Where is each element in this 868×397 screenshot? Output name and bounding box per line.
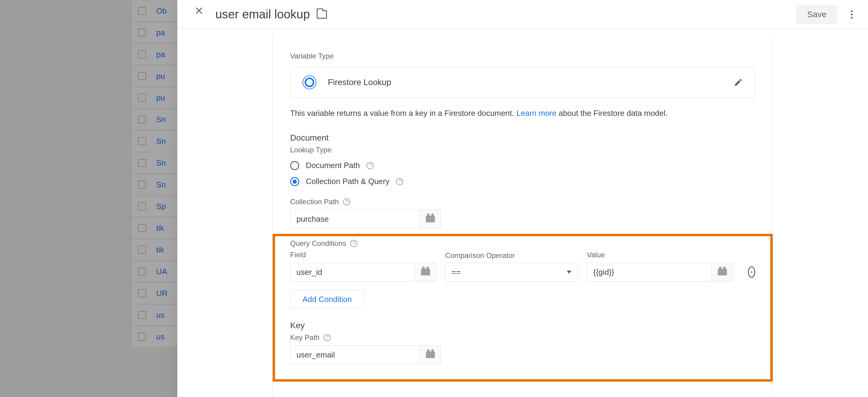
row-link[interactable]: Sn [156, 136, 166, 146]
lookup-type-label: Lookup Type [290, 146, 755, 154]
table-row[interactable]: UA [131, 261, 183, 282]
panel-header: user email lookup Save [177, 0, 868, 29]
row-checkbox[interactable] [138, 181, 146, 188]
edit-icon [734, 78, 743, 87]
more-vert-icon [851, 10, 852, 19]
table-row[interactable]: Sp [131, 195, 183, 217]
row-checkbox[interactable] [138, 50, 146, 58]
row-checkbox[interactable] [138, 116, 146, 123]
collection-path-input-wrap [290, 210, 755, 228]
folder-icon[interactable] [317, 10, 327, 19]
radio-collection-query[interactable]: Collection Path & Query ? [290, 177, 755, 186]
lego-icon [421, 269, 430, 275]
variable-type-label: Variable Type [290, 52, 755, 60]
radio-collection-query-label: Collection Path & Query [306, 177, 390, 186]
row-link[interactable]: Sn [156, 115, 166, 124]
collection-path-input[interactable] [290, 210, 420, 228]
table-row[interactable]: Sn [131, 174, 183, 195]
variable-type-description: This variable returns a value from a key… [290, 109, 755, 118]
collection-path-label: Collection Path ? [290, 197, 755, 206]
radio-document-path-label: Document Path [306, 161, 360, 170]
row-link[interactable]: Sn [156, 158, 166, 168]
row-checkbox[interactable] [138, 268, 146, 275]
variable-picker-button[interactable] [420, 210, 441, 228]
row-checkbox[interactable] [138, 29, 146, 36]
lego-icon [426, 352, 435, 358]
table-row[interactable]: pa [131, 22, 183, 43]
row-checkbox[interactable] [138, 246, 146, 254]
row-checkbox[interactable] [138, 72, 146, 80]
radio-icon [290, 161, 299, 170]
gear-icon [306, 79, 313, 86]
radio-document-path[interactable]: Document Path ? [290, 161, 755, 170]
more-button[interactable] [843, 6, 860, 23]
row-checkbox[interactable] [138, 333, 146, 341]
row-link[interactable]: us [156, 332, 164, 341]
panel-title: user email lookup [215, 7, 310, 21]
firestore-icon [303, 75, 316, 89]
highlight-box [273, 234, 773, 381]
row-link[interactable]: pu [156, 71, 165, 81]
table-row[interactable]: Sn [131, 152, 183, 174]
row-link[interactable]: pu [156, 93, 165, 102]
config-card: Variable Type Firestore Lookup This vari… [272, 35, 773, 397]
table-row[interactable]: UR [131, 282, 183, 304]
row-link[interactable]: tik [156, 223, 164, 233]
row-link[interactable]: Sn [156, 180, 166, 189]
variable-type-selector[interactable]: Firestore Lookup [290, 67, 755, 98]
help-icon[interactable]: ? [367, 162, 374, 169]
table-row[interactable]: Sn [131, 130, 183, 152]
table-row[interactable]: pa [131, 43, 183, 65]
help-icon[interactable]: ? [343, 198, 350, 206]
row-link[interactable]: us [156, 310, 164, 320]
row-link[interactable]: UR [156, 289, 168, 298]
row-checkbox[interactable] [138, 289, 146, 297]
row-link[interactable]: UA [156, 267, 167, 276]
table-row[interactable]: tik [131, 239, 183, 261]
variable-config-panel: user email lookup Save Variable Type Fir… [177, 0, 868, 397]
table-row[interactable]: tik [131, 217, 183, 239]
row-checkbox[interactable] [138, 203, 146, 210]
help-icon[interactable]: ? [396, 178, 403, 185]
background-variable-list: ObpapapupuSnSnSnSnSptiktikUAURusus [131, 0, 183, 347]
remove-condition-button[interactable] [748, 266, 755, 278]
row-checkbox[interactable] [138, 311, 146, 319]
row-checkbox[interactable] [138, 137, 146, 145]
radio-icon [290, 177, 299, 186]
row-checkbox[interactable] [138, 7, 146, 15]
table-row[interactable]: us [131, 326, 183, 347]
close-button[interactable] [186, 6, 203, 23]
row-checkbox[interactable] [138, 224, 146, 232]
row-checkbox[interactable] [138, 159, 146, 167]
table-row[interactable]: Ob [131, 0, 183, 22]
save-button[interactable]: Save [796, 5, 837, 24]
lego-icon [426, 216, 435, 222]
lego-icon [718, 269, 727, 275]
panel-body: Variable Type Firestore Lookup This vari… [177, 29, 868, 397]
row-link[interactable]: Ob [156, 6, 167, 16]
table-row[interactable]: Sn [131, 109, 183, 130]
row-link[interactable]: pa [156, 28, 165, 37]
table-row[interactable]: pu [131, 87, 183, 109]
variable-type-name: Firestore Lookup [328, 78, 734, 87]
row-link[interactable]: pa [156, 50, 165, 59]
table-row[interactable]: us [131, 304, 183, 326]
learn-more-link[interactable]: Learn more [516, 109, 556, 118]
close-icon [191, 10, 199, 19]
document-section-title: Document [290, 133, 755, 143]
table-row[interactable]: pu [131, 65, 183, 87]
row-link[interactable]: Sp [156, 202, 166, 211]
row-link[interactable]: tik [156, 245, 164, 254]
row-checkbox[interactable] [138, 94, 146, 102]
